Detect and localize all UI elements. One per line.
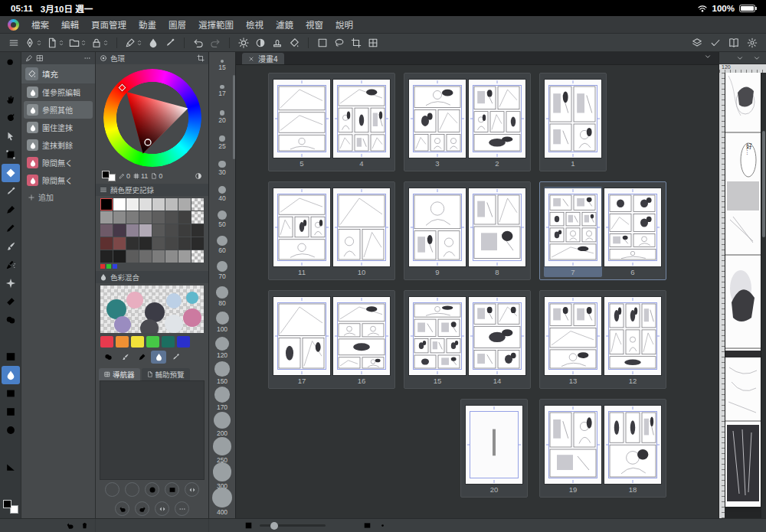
history-color-12[interactable] (152, 211, 165, 224)
gradient-tool[interactable] (2, 384, 20, 403)
figure-tool[interactable] (2, 403, 20, 421)
page-thumb-1[interactable]: 1 (544, 78, 602, 168)
page-thumb-3[interactable]: 3 (408, 78, 466, 168)
history-color-34[interactable] (126, 250, 139, 263)
brush-size-70[interactable]: 70 (209, 258, 235, 284)
history-color-14[interactable] (178, 211, 191, 224)
rotate-right-button[interactable] (135, 501, 149, 516)
history-color-32[interactable] (100, 250, 113, 263)
zoom-in-button[interactable] (125, 482, 139, 497)
subtool-item-5[interactable]: 隙間無く (24, 171, 93, 189)
grid-button[interactable] (365, 35, 381, 50)
brush-icon[interactable] (25, 54, 33, 62)
page-thumb-4[interactable]: 4 (332, 78, 391, 168)
page-thumb-14[interactable]: 14 (468, 295, 526, 386)
thumbnail-size-button[interactable] (244, 521, 253, 530)
collapse-panel-button-2[interactable] (749, 51, 764, 65)
rect-select-button[interactable] (315, 35, 330, 50)
flip-horizontal-button[interactable] (155, 501, 169, 516)
history-color-36[interactable] (152, 250, 165, 263)
workspace-button[interactable] (689, 35, 705, 50)
page-thumb-19[interactable]: 19 (544, 404, 602, 494)
brush-tool[interactable] (2, 237, 20, 256)
decoration-tool[interactable] (2, 274, 20, 292)
history-color-21[interactable] (165, 224, 178, 237)
swatch-3[interactable] (146, 336, 159, 348)
zoom-in-button[interactable] (348, 521, 356, 530)
ellipse-tool[interactable] (2, 421, 20, 439)
brush-size-17[interactable]: 17 (209, 79, 235, 105)
history-color-35[interactable] (139, 250, 152, 263)
delete-page-button[interactable] (80, 521, 89, 530)
brush-size-200[interactable]: 200 (209, 412, 235, 438)
swatch-1[interactable] (116, 336, 129, 348)
history-color-31[interactable] (192, 237, 204, 250)
history-color-2[interactable] (126, 198, 139, 211)
menu-item-help[interactable]: 說明 (336, 18, 353, 31)
brush-size-250[interactable]: 250 (209, 438, 235, 464)
open-file-button[interactable] (67, 35, 88, 50)
page-thumb-9[interactable]: 9 (408, 187, 466, 277)
history-color-13[interactable] (165, 211, 178, 224)
history-color-11[interactable] (139, 211, 152, 224)
history-color-16[interactable] (100, 224, 113, 237)
brush-size-400[interactable]: 400 (209, 489, 235, 515)
page-thumb-10[interactable]: 10 (332, 187, 391, 277)
history-color-6[interactable] (178, 198, 191, 211)
brush-size-40[interactable]: 40 (209, 181, 235, 207)
subtool-item-2[interactable]: 圍住塗抹 (24, 119, 93, 136)
settings-button[interactable] (745, 35, 760, 50)
redo-button[interactable] (208, 35, 223, 50)
page-thumb-11[interactable]: 11 (273, 187, 331, 277)
selection-tool[interactable] (2, 164, 20, 182)
fg-bg-colors[interactable] (3, 500, 18, 514)
mesh-tool[interactable] (2, 329, 20, 348)
operation-tool[interactable] (2, 127, 20, 145)
transform-tool[interactable] (2, 145, 20, 164)
fill-tool[interactable] (2, 366, 20, 384)
brush-size-scrollbar[interactable] (233, 75, 235, 159)
mix-tool-pen[interactable] (134, 351, 149, 364)
brush-size-60[interactable]: 60 (209, 233, 235, 259)
navigator-preview[interactable] (100, 380, 205, 480)
brush-size-150[interactable]: 150 (209, 361, 235, 387)
move-tool[interactable] (2, 72, 20, 90)
history-color-27[interactable] (139, 237, 152, 250)
tab-close-icon[interactable] (248, 56, 254, 62)
zoom-reset-button[interactable] (145, 482, 159, 497)
history-color-37[interactable] (165, 250, 178, 263)
history-color-23[interactable] (192, 224, 204, 237)
history-color-3[interactable] (139, 198, 152, 211)
droplet-button[interactable] (146, 35, 161, 50)
menu-item-selection-area[interactable]: 選擇範圍 (198, 18, 234, 31)
history-undo-button[interactable] (66, 521, 74, 530)
confirm-button[interactable] (708, 35, 723, 50)
new-page-button[interactable] (45, 35, 66, 50)
brush-size-30[interactable]: 30 (209, 155, 235, 181)
history-color-19[interactable] (139, 224, 152, 237)
page-thumb-2[interactable]: 2 (468, 78, 526, 168)
menu-item-filter[interactable]: 濾鏡 (276, 18, 293, 31)
rotate-left-button[interactable] (115, 501, 129, 516)
blend-tool[interactable] (2, 311, 20, 329)
undo-button[interactable] (191, 35, 206, 50)
eraser-tool[interactable] (2, 292, 20, 311)
history-color-18[interactable] (126, 224, 139, 237)
collapse-panel-button[interactable] (732, 51, 748, 65)
history-color-28[interactable] (152, 237, 165, 250)
brush-size-50[interactable]: 50 (209, 207, 235, 233)
subtool-item-4[interactable]: 隙間無く (24, 154, 93, 171)
clear-button[interactable] (236, 35, 251, 50)
frame-border-tool[interactable] (2, 348, 20, 366)
navigator-tab-1[interactable]: 輔助預覽 (142, 368, 190, 380)
history-color-30[interactable] (178, 237, 191, 250)
history-color-8[interactable] (100, 211, 113, 224)
app-logo-icon[interactable] (8, 19, 19, 31)
swatch-4[interactable] (162, 336, 175, 348)
page-thumb-13[interactable]: 13 (544, 295, 602, 386)
history-color-0[interactable] (100, 198, 113, 211)
mix-tool-fill[interactable] (151, 351, 166, 364)
crop-button[interactable] (349, 35, 364, 50)
page-thumb-12[interactable]: 12 (604, 295, 662, 386)
pen-tool[interactable] (2, 201, 20, 219)
